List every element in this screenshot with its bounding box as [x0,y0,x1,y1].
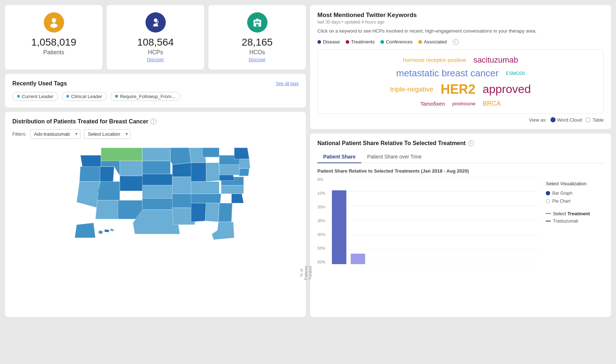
dashboard: 1,058,019 Patients 108,564 HCPs Discover [0,0,616,364]
hcps-label: HCPs [148,49,163,56]
treatments-label: Treatments [351,39,375,45]
drug-filter-select[interactable]: Ado-trastuzumab [30,129,80,139]
legend-conferences: Conferences [380,39,413,45]
svg-marker-50 [232,194,244,203]
word-esmo20[interactable]: ESMO20 [506,71,525,76]
hcos-label: HCOs [249,49,265,56]
word-sacituzumab[interactable]: sacituzumab [473,55,518,65]
pie-chart-radio[interactable] [546,199,550,203]
svg-marker-44 [191,181,219,194]
word-tamofixen[interactable]: Tamofixen [420,101,445,107]
drug-filter-wrapper: Ado-trastuzumab [30,129,80,139]
us-map-svg [12,144,299,245]
chart-legend: Select Visualization Bar Graph Pie Chart… [539,177,604,273]
pie-chart-label: Pie Chart [552,199,570,204]
see-all-tags-link[interactable]: See all tags [276,81,299,86]
bar-1 [332,190,346,264]
tag-dot [115,95,118,98]
svg-marker-19 [77,181,100,208]
patient-icon [48,17,59,28]
word-cloud-option[interactable]: Word Cloud [550,117,582,123]
map-info-icon[interactable]: i [151,119,156,124]
svg-point-1 [50,24,58,28]
svg-rect-13 [256,19,259,20]
word-cloud-row-1: hormone receptor-positive sacituzumab [324,55,598,65]
select-treatment-label: Select Treatment [546,211,604,216]
hcos-discover-link[interactable]: Discover [249,57,266,62]
table-option[interactable]: Table [586,117,604,123]
svg-marker-54 [219,164,240,175]
svg-marker-45 [191,194,221,203]
twitter-title: Most Mentioned Twitter Keywords [317,12,604,19]
svg-marker-32 [142,198,174,209]
tag-label: Require_Followup_From... [120,94,175,99]
svg-marker-28 [142,148,170,161]
legend-disease: Disease [317,39,340,45]
map-card: Distribution of Patients Treated for Bre… [5,112,306,317]
conferences-dot [380,40,384,44]
patients-number: 1,058,019 [31,36,76,48]
svg-marker-23 [120,161,142,175]
y-label-20: 20% [317,205,328,209]
word-approved[interactable]: approved [482,82,531,96]
map-title: Distribution of Patients Treated for Bre… [12,118,299,125]
view-toggle-row: View as: Word Cloud Table [317,117,604,123]
word-prednisone[interactable]: prednisone [452,101,476,106]
y-label-50: 50% [317,246,328,250]
svg-marker-57 [239,159,250,168]
table-radio[interactable] [586,117,591,122]
patient-share-info-icon[interactable]: i [468,140,474,146]
tags-card: Recently Used Tags See all tags Current … [5,74,306,107]
word-brca[interactable]: BRCA [483,100,501,107]
svg-marker-42 [206,162,219,181]
trastuzumab-dash [546,221,551,221]
tag-label: Current Leader [22,94,53,99]
word-her2[interactable]: HER2 [440,82,475,97]
svg-marker-48 [218,203,232,222]
bars-container [330,177,539,264]
location-filter-wrapper: Select Location [84,129,131,139]
word-cloud-row-2: metastatic breast cancer ESMO20 [324,68,598,79]
select-treatment-dash [546,213,551,214]
tag-badge-require-followup[interactable]: Require_Followup_From... [110,92,180,101]
hcps-discover-link[interactable]: Discover [147,57,164,62]
twitter-subtitle: last 30 days • updated 4 hours ago [317,20,604,25]
svg-marker-22 [101,148,142,161]
stat-card-hcos: 28,165 HCOs Discover [208,5,306,69]
svg-marker-17 [80,155,101,168]
bar-graph-option[interactable]: Bar Graph [546,191,604,196]
tag-badge-clinical-leader[interactable]: Clinical Leader [62,92,107,101]
location-filter-select[interactable]: Select Location [84,129,131,139]
word-cloud-radio[interactable] [550,117,556,122]
word-hormone[interactable]: hormone receptor-positive [403,57,466,63]
tab-patient-share-over-time[interactable]: Patient Share over Time [361,151,427,163]
svg-marker-30 [142,174,172,185]
pie-chart-option[interactable]: Pie Chart [546,199,604,204]
tab-patient-share[interactable]: Patient Share [317,151,361,163]
svg-marker-40 [202,148,219,157]
hcps-number: 108,564 [137,36,174,48]
word-cloud-row-3: triple-negative HER2 approved [324,82,598,97]
y-label-30: 30% [317,219,328,223]
hcos-icon-circle [247,12,267,33]
chart-body [330,177,539,271]
svg-marker-29 [142,161,170,174]
hcos-number: 28,165 [242,36,273,48]
view-as-label: View as: [529,117,547,123]
tag-badge-current-leader[interactable]: Current Leader [12,92,58,101]
y-label-60: 60% [317,260,328,264]
legend-treatments: Treatments [346,39,375,45]
svg-marker-60 [98,230,103,234]
word-metastatic[interactable]: metastatic breast cancer [396,68,499,79]
chart-area: 60% 50% 40% 30% 20% 10% 0% [317,177,539,271]
trastuzumab-entry: Trastuzumab [546,219,604,224]
filters-label: Filters: [12,131,26,137]
bar-graph-radio[interactable] [546,191,550,195]
twitter-info-icon[interactable]: i [453,39,459,45]
svg-rect-9 [255,21,257,23]
tag-dot [66,95,69,98]
left-column: 1,058,019 Patients 108,564 HCPs Discover [5,5,306,317]
word-triple-negative[interactable]: triple-negative [390,85,433,93]
svg-marker-47 [205,203,219,222]
y-axis: 60% 50% 40% 30% 20% 10% 0% [317,177,330,271]
